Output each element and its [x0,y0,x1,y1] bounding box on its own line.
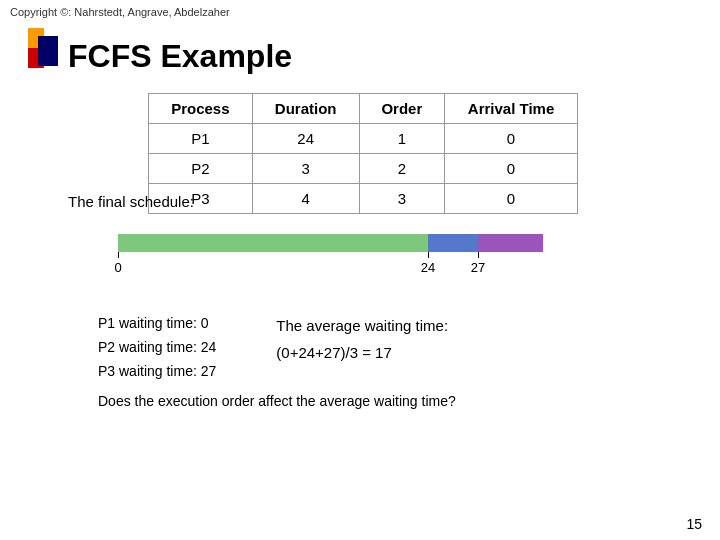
tick-24 [428,252,429,258]
row2-process: P2 [149,154,253,184]
waiting-section: P1 waiting time: 0 P2 waiting time: 24 P… [98,312,680,383]
p2-waiting: P2 waiting time: 24 [98,336,216,360]
row1-order: 1 [359,124,444,154]
tick-label-0: 0 [114,260,121,275]
gantt-bar-p2 [428,234,478,252]
gantt-bar-p1 [118,234,428,252]
logo-block-blue [38,36,58,66]
logo-decoration [28,28,58,88]
row2-arrival: 0 [445,154,578,184]
row1-process: P1 [149,124,253,154]
footer-question: Does the execution order affect the aver… [98,393,680,409]
copyright-text: Copyright ©: Nahrstedt, Angrave, Abdelza… [0,0,720,24]
row1-duration: 24 [252,124,359,154]
table-row: P1 24 1 0 [149,124,578,154]
final-schedule-label: The final schedule: [68,193,194,210]
col-order: Order [359,94,444,124]
row2-duration: 3 [252,154,359,184]
col-process: Process [149,94,253,124]
table-row: P2 3 2 0 [149,154,578,184]
average-line1: The average waiting time: [276,312,448,339]
row3-duration: 4 [252,184,359,214]
tick-label-24: 24 [421,260,435,275]
gantt-bar-p3 [478,234,543,252]
page-number: 15 [686,516,702,532]
fcfs-table: Process Duration Order Arrival Time P1 2… [148,93,578,214]
table-section: The final schedule: Process Duration Ord… [68,93,680,214]
col-arrival: Arrival Time [445,94,578,124]
page-title: FCFS Example [68,38,680,75]
p1-waiting: P1 waiting time: 0 [98,312,216,336]
tick-label-27: 27 [471,260,485,275]
row3-order: 3 [359,184,444,214]
p3-waiting: P3 waiting time: 27 [98,360,216,384]
table-row: P3 4 3 0 [149,184,578,214]
row2-order: 2 [359,154,444,184]
tick-27 [478,252,479,258]
row3-arrival: 0 [445,184,578,214]
gantt-section: P1 (24) P2 (3) P3 (4) 0 24 27 [98,234,680,298]
waiting-times: P1 waiting time: 0 P2 waiting time: 24 P… [98,312,216,383]
tick-0 [118,252,119,258]
average-line2: (0+24+27)/3 = 17 [276,339,448,366]
average-waiting: The average waiting time: (0+24+27)/3 = … [276,312,448,366]
col-duration: Duration [252,94,359,124]
row1-arrival: 0 [445,124,578,154]
